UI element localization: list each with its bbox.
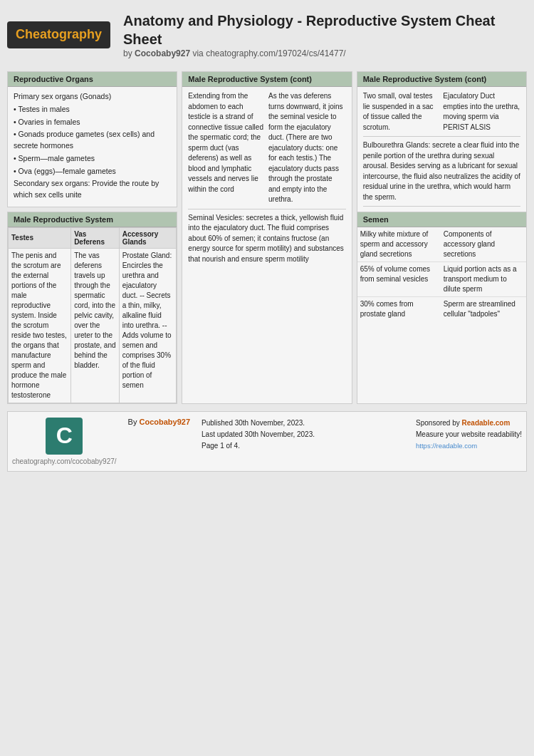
by-label: by — [123, 48, 132, 58]
mid-col-1: Extending from the abdomen to each testi… — [188, 91, 266, 205]
right-col-testes: Two small, oval testes lie suspended in … — [363, 91, 441, 133]
col-vas: Vas Deferens — [71, 227, 120, 248]
vas-desc: The vas deferens travels up through the … — [71, 248, 120, 403]
testes-desc: The penis and the scrotum are the extern… — [9, 248, 71, 403]
semen-cell-2-2: Liquid portion acts as a transport mediu… — [441, 262, 526, 296]
header: Cheatography Anatomy and Physiology - Re… — [7, 7, 527, 63]
repro-line-1: Primary sex organs (Gonads) — [14, 91, 171, 103]
footer-published: Published 30th November, 2023. — [201, 418, 404, 429]
right-bulbo: Bulbourethra Glands: secrete a clear flu… — [363, 140, 520, 202]
author-name: Cocobaby927 — [135, 48, 190, 58]
footer-updated: Last updated 30th November, 2023. — [201, 429, 404, 440]
repro-line-6: • Ova (eggs)—female gametes — [14, 166, 171, 177]
accessory-desc: Prostate Gland: Encircles the urethra an… — [119, 248, 177, 403]
semen-body: Milky white mixture of sperm and accesso… — [357, 227, 526, 321]
reproductive-organs-panel: Reproductive Organs Primary sex organs (… — [7, 71, 177, 207]
footer-logo: C — [46, 418, 83, 455]
footer-tagline: Measure your website readability! — [416, 429, 522, 440]
semen-table: Milky white mixture of sperm and accesso… — [357, 227, 526, 321]
repro-line-2: • Testes in males — [14, 104, 171, 115]
repro-line-5: • Sperm—male gametes — [14, 153, 171, 165]
footer-author-name: Cocobaby927 — [139, 418, 190, 426]
semen-cell-1-2: Components of accessory gland secretions — [441, 227, 526, 262]
semen-cell-3-1: 30% comes from prostate gland — [357, 296, 441, 321]
male-repro-cont-mid-body: Extending from the abdomen to each testi… — [182, 87, 351, 269]
right-cols-top: Two small, oval testes lie suspended in … — [363, 91, 520, 133]
footer-page: Page 1 of 4. — [201, 440, 404, 452]
semen-panel: Semen Milky white mixture of sperm and a… — [357, 212, 527, 404]
via-label: via — [192, 48, 203, 58]
header-title-block: Anatomy and Physiology - Reproductive Sy… — [123, 11, 527, 58]
table-row: Milky white mixture of sperm and accesso… — [357, 227, 526, 262]
male-repro-body: Testes Vas Deferens Accessory Glands The… — [8, 227, 177, 403]
semen-cell-3-2: Sperm are streamlined cellular "tadpoles… — [441, 296, 526, 321]
footer-author: By Cocobaby927 — [128, 418, 190, 426]
semen-cell-1-1: Milky white mixture of sperm and accesso… — [357, 227, 441, 262]
main-grid: Reproductive Organs Primary sex organs (… — [7, 71, 527, 404]
male-repro-cont-mid-header: Male Reproductive System (cont) — [182, 72, 351, 87]
footer-mid: Published 30th November, 2023. Last upda… — [201, 418, 404, 452]
header-subtitle: by Cocobaby927 via cheatography.com/1970… — [123, 48, 527, 58]
table-row: 65% of volume comes from seminal vesicle… — [357, 262, 526, 296]
repro-line-3: • Ovaries in females — [14, 117, 171, 128]
logo: Cheatography — [7, 21, 110, 48]
page-title: Anatomy and Physiology - Reproductive Sy… — [123, 11, 527, 48]
semen-cell-2-1: 65% of volume comes from seminal vesicle… — [357, 262, 441, 296]
male-repro-table: Testes Vas Deferens Accessory Glands The… — [8, 227, 177, 403]
col-accessory: Accessory Glands — [119, 227, 177, 248]
col-testes: Testes — [9, 227, 71, 248]
mid-seminal-vesicles: Seminal Vesicles: secretes a thick, yell… — [188, 213, 345, 265]
footer-sponsor-url: https://readable.com — [416, 440, 522, 451]
footer-sponsor: Sponsored by Readable.com — [416, 418, 522, 429]
footer-left: By Cocobaby927 — [128, 418, 190, 428]
footer: C cheatography.com/cocobaby927/ By Cocob… — [7, 411, 527, 472]
sponsor-label: Sponsored by — [416, 419, 460, 427]
semen-header: Semen — [357, 212, 526, 227]
footer-url: cheatography.com/cocobaby927/ — [12, 457, 117, 465]
male-repro-cont-mid-panel: Male Reproductive System (cont) Extendin… — [182, 71, 352, 404]
repro-line-7: Secondary sex organs: Provide the route … — [14, 178, 171, 201]
table-row: The penis and the scrotum are the extern… — [9, 248, 177, 403]
reproductive-organs-header: Reproductive Organs — [8, 72, 177, 87]
mid-cols: Extending from the abdomen to each testi… — [188, 91, 345, 205]
cheat-url: cheatography.com/197024/cs/41477/ — [206, 48, 346, 58]
male-repro-cont-right-header: Male Reproductive System (cont) — [357, 72, 526, 87]
mid-col-2: As the vas deferens turns downward, it j… — [268, 91, 346, 205]
table-row: 30% comes from prostate gland Sperm are … — [357, 296, 526, 321]
sponsor-link[interactable]: Readable.com — [462, 419, 511, 427]
male-repro-panel: Male Reproductive System Testes Vas Defe… — [7, 212, 177, 404]
footer-right: Sponsored by Readable.com Measure your w… — [416, 418, 522, 451]
by-footer-label: By — [128, 418, 137, 426]
reproductive-organs-body: Primary sex organs (Gonads) • Testes in … — [8, 87, 177, 207]
right-col-ejac: Ejaculatory Duct empties into the urethr… — [443, 91, 520, 133]
repro-line-4: • Gonads produce gametes (sex cells) and… — [14, 129, 171, 152]
male-repro-header: Male Reproductive System — [8, 212, 177, 227]
